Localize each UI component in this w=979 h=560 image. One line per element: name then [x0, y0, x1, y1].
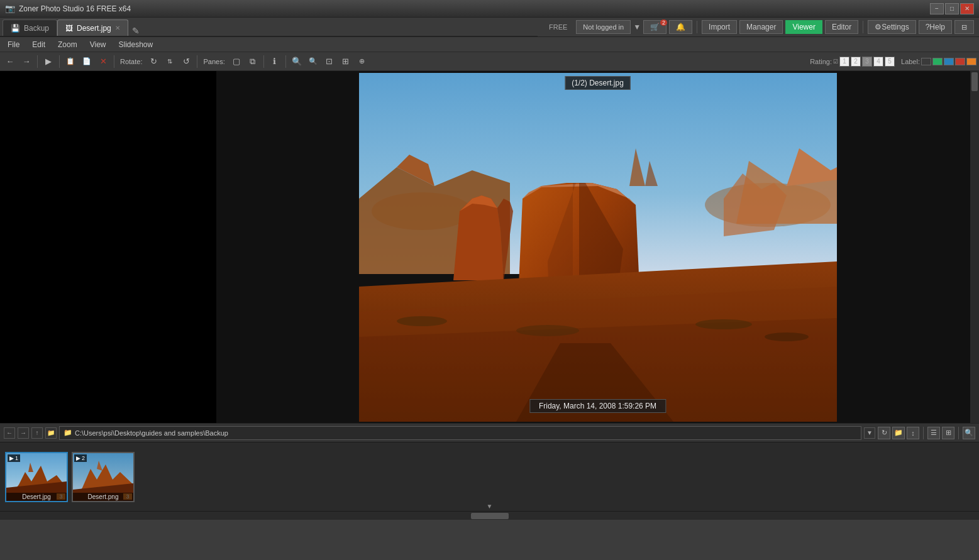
rating-5-button[interactable]: 5: [885, 57, 895, 67]
main-layout: (1/2) Desert.jpg: [0, 71, 979, 423]
menu-view[interactable]: View: [85, 39, 111, 50]
help-button[interactable]: ? Help: [919, 20, 952, 34]
new-folder-button[interactable]: 📁: [892, 427, 905, 439]
right-scrollbar[interactable]: [970, 71, 979, 423]
import-button[interactable]: Import: [702, 20, 737, 34]
menu-file[interactable]: File: [3, 39, 25, 50]
sort-button[interactable]: ↕: [907, 427, 919, 439]
rotate-ccw-button[interactable]: ↺: [179, 54, 194, 69]
toolbar: ← → ▶ 📋 📄 ✕ Rotate: ↻ ⇅ ↺ Panes: ▢ ⧉ ℹ 🔍…: [0, 52, 979, 71]
cart-badge: 2: [660, 19, 667, 26]
cart-button[interactable]: 🛒 2: [643, 20, 666, 34]
label-white-box[interactable]: [921, 58, 931, 65]
delete-button[interactable]: ✕: [96, 54, 111, 69]
image-datetime-tooltip: Friday, March 14, 2008 1:59:26 PM: [529, 399, 666, 413]
maximize-button[interactable]: □: [945, 3, 959, 14]
paste-button[interactable]: 📄: [79, 54, 94, 69]
zoom-in-button[interactable]: 🔍: [289, 54, 304, 69]
menu-zoom[interactable]: Zoom: [53, 39, 82, 50]
expand-button[interactable]: ⊟: [954, 20, 974, 34]
manager-button[interactable]: Manager: [739, 20, 783, 34]
free-label: FREE: [543, 20, 573, 34]
menu-slideshow[interactable]: Slideshow: [114, 39, 158, 50]
dropdown-arrow-icon: ▼: [633, 23, 641, 31]
menu-bar: File Edit Zoom View Slideshow: [0, 37, 979, 52]
rating-3-button[interactable]: 3: [862, 57, 872, 67]
rotate-180-button[interactable]: ⇅: [162, 54, 177, 69]
rating-2-button[interactable]: 2: [851, 57, 861, 67]
panes-compare-button[interactable]: ⧉: [245, 54, 260, 69]
play-button[interactable]: ▶: [41, 54, 56, 69]
tab-desert-icon: 🖼: [65, 24, 73, 33]
app-icon: 📷: [5, 4, 15, 13]
zoom-out-button[interactable]: 🔍: [306, 54, 321, 69]
label-red-box[interactable]: [955, 58, 965, 65]
view-thumb-button[interactable]: ⊞: [942, 427, 954, 439]
filmstrip-item-1[interactable]: ▶ 1 3 Desert.jpg: [5, 452, 68, 502]
svg-point-21: [695, 319, 752, 329]
label-blue-box[interactable]: [944, 58, 954, 65]
tab-backup-label: Backup: [24, 24, 49, 33]
help-icon: ?: [926, 23, 930, 31]
fit-button[interactable]: ⊡: [322, 54, 337, 69]
zoom-1to1-button[interactable]: ⊕: [355, 54, 370, 69]
svg-point-20: [516, 325, 579, 336]
filmstrip-item-2[interactable]: ▶ 2 3 Desert.png: [72, 452, 135, 502]
label-green-box[interactable]: [932, 58, 943, 65]
zoom-slider-button[interactable]: 🔍: [963, 427, 975, 439]
top-right-nav: FREE Not logged in ▼ 🛒 2 🔔 Import Manage…: [538, 18, 979, 36]
status-back-button[interactable]: ←: [4, 427, 15, 439]
rating-4-button[interactable]: 4: [873, 57, 883, 67]
thumb-num-1: ▶ 1: [8, 454, 20, 462]
tab-backup-icon: 💾: [11, 24, 20, 33]
not-logged-in-button[interactable]: Not logged in: [576, 20, 631, 34]
viewer-button[interactable]: Viewer: [785, 20, 822, 34]
svg-point-19: [397, 316, 447, 326]
status-forward-button[interactable]: →: [18, 427, 29, 439]
tab-close-icon[interactable]: ✕: [115, 25, 120, 31]
filmstrip-center-indicator: ▼: [487, 503, 493, 510]
thumb-name-1: Desert.jpg: [6, 493, 67, 501]
back-button[interactable]: ←: [3, 54, 18, 69]
editor-button[interactable]: Editor: [825, 20, 858, 34]
rating-label: Rating:: [810, 58, 832, 65]
desert-image: [359, 73, 837, 422]
gear-icon: ⚙: [875, 23, 882, 31]
notifications-button[interactable]: 🔔: [669, 20, 692, 34]
rotate-label: Rotate:: [118, 58, 145, 65]
minimize-button[interactable]: −: [930, 3, 944, 14]
thumb-play-icon-2: ▶: [76, 455, 80, 461]
tab-desert[interactable]: 🖼 Desert.jpg ✕: [57, 19, 128, 36]
right-scrollbar-thumb[interactable]: [971, 72, 978, 91]
tab-desert-label: Desert.jpg: [77, 24, 111, 33]
cart-icon: 🛒: [650, 23, 660, 31]
forward-button[interactable]: →: [19, 54, 34, 69]
menu-edit[interactable]: Edit: [27, 39, 50, 50]
fill-button[interactable]: ⊞: [338, 54, 353, 69]
settings-button[interactable]: ⚙ ⚙ Settings Settings: [868, 20, 915, 34]
info-button[interactable]: ℹ: [267, 54, 282, 69]
bottom-scrollbar-thumb[interactable]: [471, 513, 509, 519]
image-area[interactable]: (1/2) Desert.jpg: [216, 71, 979, 423]
copy-button[interactable]: 📋: [63, 54, 78, 69]
rating-1-button[interactable]: 1: [839, 57, 849, 67]
close-button[interactable]: ✕: [960, 3, 974, 14]
refresh-button[interactable]: ↻: [878, 427, 890, 439]
path-dropdown-button[interactable]: ▼: [864, 427, 875, 439]
thumb-index-2: 2: [82, 455, 85, 461]
status-folder-button[interactable]: 📁: [45, 427, 57, 439]
tab-backup[interactable]: 💾 Backup: [3, 19, 57, 36]
left-panel: [0, 71, 216, 423]
image-filename-tooltip: (1/2) Desert.jpg: [565, 76, 631, 90]
rating-checkbox: ☑: [833, 58, 838, 65]
panes-single-button[interactable]: ▢: [229, 54, 244, 69]
new-tab-button[interactable]: ✎: [132, 26, 140, 36]
status-up-button[interactable]: ↑: [31, 427, 43, 439]
app-title: Zoner Photo Studio 16 FREE x64: [19, 4, 131, 13]
rotate-cw-button[interactable]: ↻: [146, 54, 161, 69]
bell-icon: 🔔: [676, 23, 685, 31]
label-orange-box[interactable]: [966, 58, 976, 65]
bottom-scrollbar[interactable]: [0, 511, 979, 520]
path-text: C:\Users\psi\Desktop\guides and samples\…: [75, 429, 228, 437]
view-list-button[interactable]: ☰: [927, 427, 940, 439]
